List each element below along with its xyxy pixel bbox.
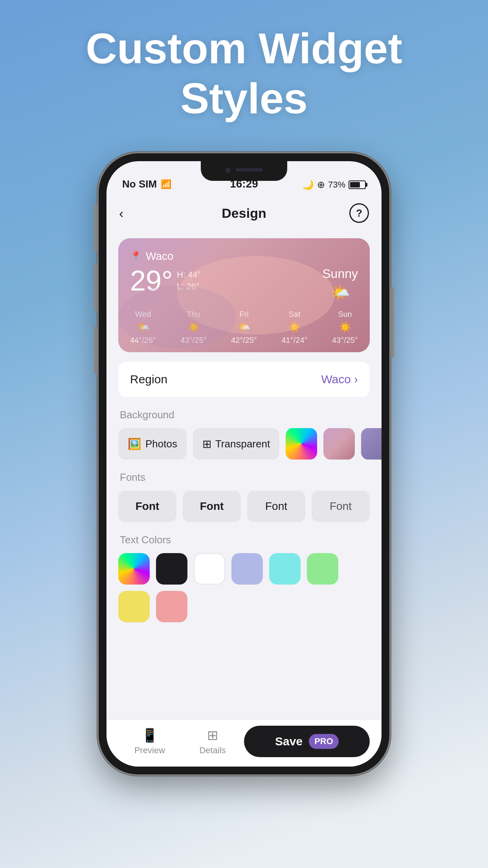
weather-widget: 📍 Waco 29° H: 44° L: 26° Sunny 🌤️ [118,238,370,352]
weather-temp-group: 29° H: 44° L: 26° [130,267,201,295]
details-tab[interactable]: ⊞ Details [181,727,244,756]
weather-hi-lo: H: 44° L: 26° [177,270,201,292]
weather-forecast: Wed 🌤️ 44°/26° Thu ☀️ 43°/25° Fri 🌤️ 42°… [130,310,358,345]
forecast-day-name: Fri [239,310,248,319]
color-options [118,553,370,622]
scroll-content: 📍 Waco 29° H: 44° L: 26° Sunny 🌤️ [106,230,382,719]
background-section-label: Background [118,409,370,421]
pro-badge: PRO [309,734,339,749]
forecast-day-icon: 🌤️ [137,321,149,333]
status-right: 🌙 ⊕ 73% [302,179,366,190]
nav-header: ‹ Design ? [106,196,382,230]
color-white-swatch[interactable] [194,553,225,585]
forecast-sun: Sun ☀️ 43°/25° [332,310,358,345]
fonts-section-label: Fonts [118,471,370,484]
weather-condition: Sunny 🌤️ [322,267,358,302]
font-bold-button[interactable]: Font [118,491,176,522]
details-icon: ⊞ [207,727,218,743]
status-left: No SIM 📶 [122,178,171,190]
forecast-day-name: Thu [187,310,200,319]
font-bold-label: Font [136,500,160,513]
battery-percent: 73% [328,180,345,190]
help-button[interactable]: ? [349,203,369,223]
photos-button[interactable]: 🖼️ Photos [118,428,187,460]
background-options: 🖼️ Photos ⊞ Transparent [118,428,370,460]
details-label: Details [199,745,226,756]
condition-text: Sunny [322,267,358,281]
location-pin-icon: 📍 [130,251,142,262]
purple-swatch[interactable] [361,428,382,460]
location-name: Waco [146,250,174,263]
forecast-day-icon: ☀️ [288,321,301,333]
forecast-day-icon: 🌤️ [238,321,250,333]
weather-low: L: 26° [177,281,201,292]
photo-swatch[interactable] [323,428,355,460]
phone-screen: No SIM 📶 16:29 🌙 ⊕ 73% ‹ Design ? [106,161,382,767]
back-button[interactable]: ‹ [119,206,123,221]
title-area: Custom Widget Styles [0,24,488,123]
photos-icon: 🖼️ [128,438,141,451]
carrier-label: No SIM [122,178,157,190]
preview-label: Preview [134,745,165,756]
phone-frame: No SIM 📶 16:29 🌙 ⊕ 73% ‹ Design ? [99,153,389,774]
transparent-label: Transparent [215,438,270,450]
battery-fill [350,182,360,188]
weather-main: 29° H: 44° L: 26° Sunny 🌤️ [130,267,358,302]
location-icon: ⊕ [317,179,325,190]
wifi-icon: 📶 [161,179,171,189]
font-light-label: Font [330,500,352,513]
forecast-wed: Wed 🌤️ 44°/26° [130,310,156,345]
forecast-sat: Sat ☀️ 41°/24° [281,310,307,345]
font-semibold-label: Font [200,500,224,513]
nav-title: Design [222,206,266,221]
forecast-day-name: Sun [338,310,352,319]
forecast-day-temp: 44°/26° [130,336,156,345]
speaker-bar [235,168,263,171]
color-lavender-swatch[interactable] [231,553,263,585]
forecast-fri: Fri 🌤️ 42°/25° [231,310,257,345]
region-label: Region [130,373,167,386]
color-rainbow-swatch[interactable] [118,553,150,585]
color-black-swatch[interactable] [156,553,187,585]
font-regular-button[interactable]: Font [247,491,305,522]
camera-dot [225,167,231,173]
region-value: Waco › [321,373,358,386]
forecast-day-name: Wed [135,310,151,319]
text-colors-section-label: Text Colors [118,534,370,546]
forecast-thu: Thu ☀️ 43°/25° [180,310,206,345]
chevron-right-icon: › [354,373,358,386]
transparent-button[interactable]: ⊞ Transparent [193,428,279,460]
notch [201,161,287,181]
forecast-day-icon: ☀️ [187,321,200,333]
gradient-swatch[interactable] [286,428,317,460]
forecast-day-icon: ☀️ [339,321,351,333]
forecast-day-temp: 43°/25° [332,336,358,345]
forecast-day-name: Sat [288,310,300,319]
sun-icon: 🌤️ [330,283,350,302]
page-title: Custom Widget Styles [0,24,488,123]
save-label: Save [275,735,303,748]
color-yellow-swatch[interactable] [118,591,150,622]
tab-bar: 📱 Preview ⊞ Details Save PRO [106,719,382,767]
moon-icon: 🌙 [302,179,314,190]
font-light-button[interactable]: Font [312,491,370,522]
font-options: Font Font Font Font [118,491,370,522]
color-cyan-swatch[interactable] [269,553,301,585]
region-city: Waco [321,373,351,386]
color-pink-swatch[interactable] [156,591,187,622]
weather-top: 📍 Waco [130,250,358,263]
preview-tab[interactable]: 📱 Preview [118,727,181,756]
forecast-day-temp: 42°/25° [231,336,257,345]
font-regular-label: Font [265,500,287,513]
weather-temp: 29° [130,267,173,295]
save-button[interactable]: Save PRO [244,726,370,757]
font-semibold-button[interactable]: Font [183,491,241,522]
color-green-swatch[interactable] [307,553,338,585]
transparent-icon: ⊞ [202,438,211,451]
battery-icon [349,180,366,189]
region-row[interactable]: Region Waco › [118,362,370,397]
forecast-day-temp: 43°/25° [180,336,206,345]
preview-icon: 📱 [141,727,158,743]
weather-high: H: 44° [177,270,201,280]
forecast-day-temp: 41°/24° [281,336,307,345]
